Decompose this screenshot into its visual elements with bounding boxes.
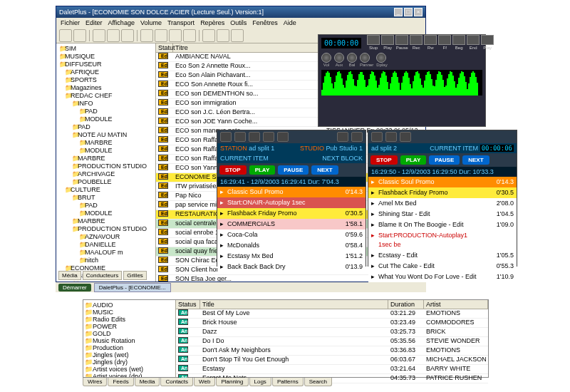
- tree-node[interactable]: 📁Jingles (dry): [85, 359, 174, 366]
- toolbar-button[interactable]: [217, 29, 229, 42]
- studio-button[interactable]: [249, 132, 260, 142]
- tab[interactable]: Patterns: [272, 378, 304, 386]
- tree-node[interactable]: 📁NOTE AU MATIN: [58, 131, 154, 139]
- knob[interactable]: [360, 53, 370, 63]
- playlist-row[interactable]: ▸Start:ONAIR-Autoplay 1sec: [217, 197, 366, 208]
- list-row[interactable]: ArrDon't Ask My Neighbors03:36.83EMOTION…: [176, 346, 488, 356]
- tree-node[interactable]: 📁PAD: [58, 108, 154, 115]
- tree-node[interactable]: 📁Artist voices (wet): [85, 366, 174, 373]
- toolbar-button[interactable]: [140, 29, 153, 42]
- tree-node[interactable]: 📁PAD: [58, 123, 154, 131]
- tree-node[interactable]: 📁AZNAVOUR: [58, 233, 154, 241]
- tree-node[interactable]: 📁PAD: [58, 202, 154, 210]
- tree-node[interactable]: 📁INFO: [58, 100, 154, 108]
- tab-grilles[interactable]: Grilles: [123, 271, 147, 280]
- maximize-icon[interactable]: □: [404, 8, 413, 16]
- play-button[interactable]: PLAY: [249, 165, 276, 175]
- tab[interactable]: Logs: [249, 378, 271, 386]
- playlist-row[interactable]: ▸Blame It On The Boogie - Edit1'09.0: [368, 220, 517, 230]
- transport-button[interactable]: [438, 35, 451, 45]
- menu-item[interactable]: Outils: [230, 19, 247, 26]
- tree-node[interactable]: 📁INFO: [58, 280, 154, 282]
- tree-node[interactable]: 📁MARBRE: [58, 217, 154, 225]
- studio-button[interactable]: [263, 132, 274, 142]
- tree-pane[interactable]: 📁SIM📁MUSIQUE📁DIFFUSEUR📁AFRIQUE📁SPORTS📁Ma…: [56, 43, 156, 282]
- playlist-row[interactable]: ▸Cut The Cake - Edit0'55.3: [368, 261, 517, 272]
- tree-node[interactable]: 📁MODULE: [58, 210, 154, 217]
- tab[interactable]: Search: [304, 378, 332, 386]
- transport-button[interactable]: [410, 35, 423, 45]
- tree-node[interactable]: 📁REDAC CHEF: [58, 92, 154, 100]
- tree-node[interactable]: 📁AFRIQUE: [58, 68, 154, 76]
- toolbar-button[interactable]: [155, 29, 167, 42]
- transport-button[interactable]: [481, 35, 494, 45]
- playlist[interactable]: ▸Classic Soul Promo0'14.3▸Flashback Frid…: [368, 177, 517, 282]
- list-row[interactable]: ArrDon't Stop Til You Get Enough06:03.67…: [176, 356, 488, 365]
- studio-button[interactable]: [220, 132, 232, 142]
- toolbar-button[interactable]: [183, 29, 196, 42]
- airplane-icon[interactable]: [371, 132, 383, 142]
- knob[interactable]: [376, 53, 386, 63]
- tab[interactable]: Feeds: [108, 378, 133, 386]
- start-button[interactable]: Démarrer: [58, 284, 91, 292]
- transport-button[interactable]: [367, 35, 380, 45]
- tree-node[interactable]: 📁DIFFUSEUR: [58, 61, 154, 68]
- taskbar-item[interactable]: DaletPlus - [ECONOMIE...: [94, 283, 171, 292]
- tree-node[interactable]: 📁Radio Edits: [85, 316, 174, 323]
- playlist-row[interactable]: ▸What You Wont Do For Love - Edit1'10.9: [368, 272, 517, 282]
- toolbar-button[interactable]: [107, 29, 120, 42]
- toolbar-button[interactable]: [169, 29, 182, 42]
- toolbar-button[interactable]: [59, 29, 72, 42]
- playlist-row[interactable]: ▸Start:PRODUCTION-Autoplay1 1sec be: [368, 230, 517, 250]
- stop-button[interactable]: STOP: [370, 155, 398, 165]
- list-row[interactable]: ArrEcstasy03:21.64BARRY WHITE: [176, 365, 488, 374]
- tree-node[interactable]: 📁PRODUCTION STUDIO: [58, 225, 154, 233]
- tree-node[interactable]: 📁PRODUCTION STUDIO: [58, 163, 154, 170]
- tree-node[interactable]: 📁DANIELLE: [58, 241, 154, 249]
- playlist-row[interactable]: ▸Back Back Back Dry0'13.9: [217, 262, 366, 272]
- list-row[interactable]: ArrDo I Do05:35.56STEVIE WONDER: [176, 337, 488, 346]
- menu-item[interactable]: Fenêtres: [252, 19, 278, 26]
- menu-item[interactable]: Aide: [284, 19, 296, 26]
- transport-button[interactable]: [467, 35, 480, 45]
- tab[interactable]: Planning: [216, 378, 248, 386]
- tree-node[interactable]: 📁MAALOUF m: [58, 249, 154, 257]
- bottom-tree[interactable]: 📁AUDIO📁MUSIC📁Radio Edits📁POWER📁GOLD📁Musi…: [83, 300, 176, 377]
- tree-node[interactable]: 📁MUSIQUE: [58, 53, 154, 61]
- tree-node[interactable]: 📁Artist voices (dry): [85, 373, 174, 377]
- toolbar-button[interactable]: [73, 29, 86, 42]
- pause-button[interactable]: PAUSE: [278, 165, 309, 175]
- playlist-row[interactable]: ▸Shining Star - Edit1'04.5: [368, 209, 517, 220]
- playlist-row[interactable]: ▸Amel Mx Bed2'08.0: [368, 198, 517, 209]
- tree-node[interactable]: 📁MARBRE: [58, 139, 154, 147]
- list-row[interactable]: ArrDazz03:25.73BRICK: [176, 328, 488, 337]
- play-button[interactable]: PLAY: [400, 155, 427, 165]
- pause-button[interactable]: PAUSE: [429, 155, 460, 165]
- stop-button[interactable]: STOP: [219, 165, 247, 175]
- tab[interactable]: Wires: [83, 378, 107, 386]
- col-status[interactable]: Statut: [156, 43, 173, 52]
- playlist-row[interactable]: ▸Ecstasy Mx Bed1'51.2: [217, 251, 366, 262]
- playlist-row[interactable]: ▸Classic Soul Promo0'14.3: [217, 187, 366, 197]
- studio-button[interactable]: [234, 132, 246, 142]
- tree-node[interactable]: 📁GOLD: [85, 330, 174, 337]
- tab-media[interactable]: Média: [58, 271, 81, 280]
- playlist-row[interactable]: ▸COMMERCIALS1'58.1: [217, 219, 366, 229]
- tab-conducteurs[interactable]: Conducteurs: [83, 271, 122, 280]
- minimize-icon[interactable]: _: [394, 8, 403, 16]
- transport-button[interactable]: [381, 35, 394, 45]
- tree-node[interactable]: 📁CULTURE: [58, 186, 154, 194]
- tree-node[interactable]: 📁Magazines: [58, 84, 154, 92]
- studio-button[interactable]: [385, 132, 397, 142]
- tree-node[interactable]: 📁Jingles (wet): [85, 351, 174, 359]
- tree-node[interactable]: 📁MARBRE: [58, 155, 154, 163]
- playlist-row[interactable]: ▸Flashback Friday Promo0'30.5: [217, 208, 366, 219]
- playlist-row[interactable]: ▸Classic Soul Promo0'14.3: [368, 177, 517, 187]
- airplane-icon[interactable]: [337, 132, 348, 142]
- menu-item[interactable]: Affichage: [108, 19, 135, 26]
- tree-node[interactable]: 📁SIM: [58, 45, 154, 53]
- close-icon[interactable]: ×: [414, 8, 423, 16]
- next-button[interactable]: NEXT: [311, 165, 338, 175]
- toolbar-button[interactable]: [93, 29, 105, 42]
- tree-node[interactable]: 📁MUSIC: [85, 309, 174, 316]
